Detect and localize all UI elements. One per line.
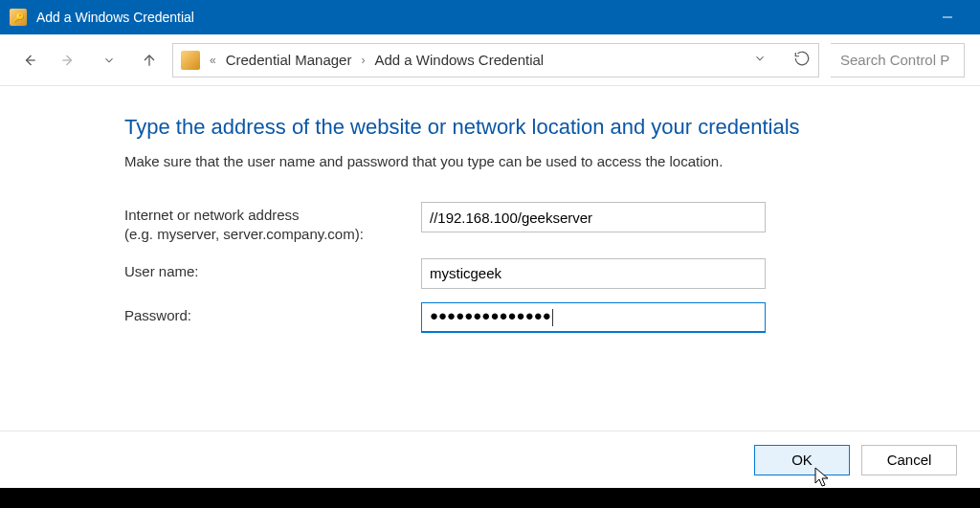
address-bar[interactable]: « Credential Manager › Add a Windows Cre… xyxy=(172,43,819,77)
location-icon xyxy=(181,51,200,70)
bottom-border xyxy=(0,488,980,508)
row-password: Password: ●●●●●●●●●●●●●● xyxy=(124,302,942,333)
breadcrumb-item-add-credential[interactable]: Add a Windows Credential xyxy=(374,52,544,68)
password-label: Password: xyxy=(124,302,421,325)
password-input[interactable]: ●●●●●●●●●●●●●● xyxy=(421,302,766,333)
password-mask: ●●●●●●●●●●●●●● xyxy=(430,307,553,325)
address-input[interactable] xyxy=(421,202,766,232)
breadcrumb-overflow-icon[interactable]: « xyxy=(208,54,218,67)
ok-button[interactable]: OK xyxy=(754,445,850,475)
window-controls xyxy=(926,2,969,33)
titlebar-left: 🔑 Add a Windows Credential xyxy=(10,9,194,26)
page-subtext: Make sure that the user name and passwor… xyxy=(124,153,942,169)
titlebar: 🔑 Add a Windows Credential xyxy=(0,0,980,34)
address-label-line2: (e.g. myserver, server.company.com): xyxy=(124,226,364,242)
row-username: User name: xyxy=(124,258,942,289)
breadcrumb-item-credential-manager[interactable]: Credential Manager xyxy=(226,52,352,68)
address-label: Internet or network address (e.g. myserv… xyxy=(124,202,421,245)
address-label-line1: Internet or network address xyxy=(124,207,300,223)
content-area: Type the address of the website or netwo… xyxy=(0,86,980,333)
app-icon: 🔑 xyxy=(10,9,27,26)
search-input[interactable]: Search Control P xyxy=(831,43,965,77)
username-input[interactable] xyxy=(421,258,766,289)
search-placeholder: Search Control P xyxy=(840,52,949,68)
refresh-button[interactable] xyxy=(793,50,811,70)
up-button[interactable] xyxy=(136,47,163,74)
minimize-button[interactable] xyxy=(926,2,969,33)
row-address: Internet or network address (e.g. myserv… xyxy=(124,202,942,245)
dialog-footer: OK Cancel xyxy=(0,431,980,488)
username-label: User name: xyxy=(124,258,421,281)
back-button[interactable] xyxy=(15,47,42,74)
window-title: Add a Windows Credential xyxy=(36,10,194,25)
toolbar: « Credential Manager › Add a Windows Cre… xyxy=(0,34,980,86)
page-heading: Type the address of the website or netwo… xyxy=(124,115,942,140)
chevron-right-icon: › xyxy=(359,54,367,67)
recent-dropdown[interactable] xyxy=(96,47,122,74)
nav-buttons xyxy=(15,47,163,74)
cancel-button[interactable]: Cancel xyxy=(861,445,957,475)
address-dropdown-icon[interactable] xyxy=(753,52,767,68)
forward-button[interactable] xyxy=(56,47,82,74)
